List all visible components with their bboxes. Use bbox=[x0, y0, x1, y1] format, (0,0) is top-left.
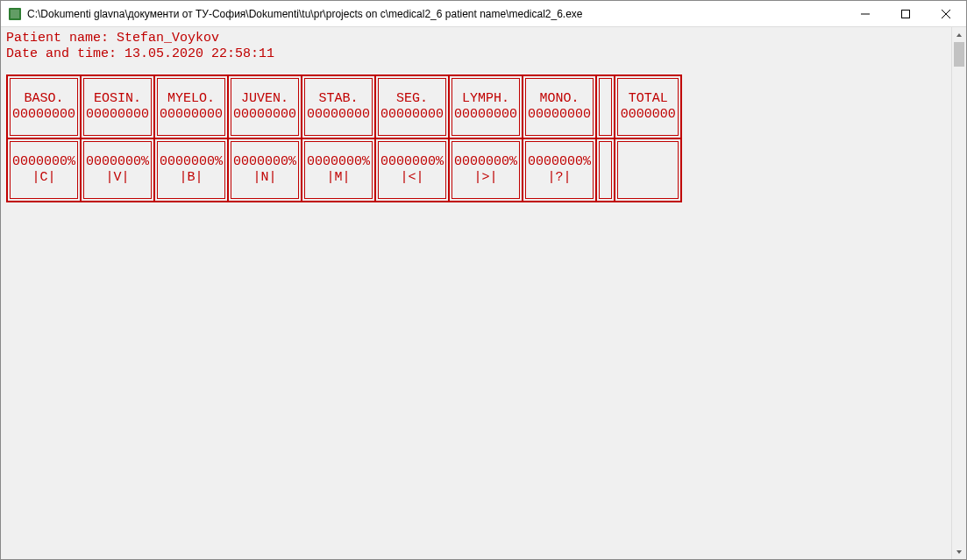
grid-cell: 0000000% |M| bbox=[304, 141, 373, 199]
patient-line: Patient name: Stefan_Voykov bbox=[6, 31, 961, 46]
counts-grid: BASO. 00000000EOSIN. 00000000MYELO. 0000… bbox=[6, 74, 961, 202]
scroll-thumb[interactable] bbox=[954, 42, 964, 67]
minimize-button[interactable] bbox=[845, 1, 885, 26]
col-key: |C| bbox=[32, 170, 56, 186]
grid-cell: 0000000% |V| bbox=[83, 141, 152, 199]
col-count: 00000000 bbox=[307, 107, 370, 123]
grid-cell: 0000000% |C| bbox=[10, 141, 78, 199]
window-title: C:\Dokumenti glavna\документи от ТУ-Софи… bbox=[27, 8, 845, 20]
col-pct: 0000000% bbox=[12, 154, 75, 170]
svg-rect-1 bbox=[11, 10, 19, 18]
col-pct: 0000000% bbox=[528, 154, 591, 170]
grid-cell: TOTAL 0000000 bbox=[617, 78, 679, 136]
grid-cell: 0000000% |<| bbox=[378, 141, 446, 199]
maximize-button[interactable] bbox=[885, 1, 926, 26]
col-name: STAB. bbox=[319, 91, 359, 107]
col-name: MYELO. bbox=[167, 91, 215, 107]
grid-cell: LYMPH. 00000000 bbox=[452, 78, 520, 136]
scroll-up-arrow-icon[interactable] bbox=[952, 27, 966, 42]
col-key: |<| bbox=[401, 170, 424, 186]
col-key: |?| bbox=[548, 170, 572, 186]
titlebar: C:\Dokumenti glavna\документи от ТУ-Софи… bbox=[1, 1, 966, 27]
col-pct: 0000000% bbox=[86, 154, 149, 170]
col-key: |N| bbox=[253, 170, 277, 186]
col-count: 00000000 bbox=[86, 107, 149, 123]
app-icon bbox=[8, 7, 22, 21]
col-name: JUVEN. bbox=[241, 91, 288, 107]
col-count: 00000000 bbox=[454, 107, 517, 123]
grid-cell: 0000000% |?| bbox=[525, 141, 594, 199]
scroll-down-arrow-icon[interactable] bbox=[952, 544, 966, 559]
scroll-track[interactable] bbox=[952, 42, 966, 544]
vertical-scrollbar[interactable] bbox=[951, 27, 966, 559]
col-name: LYMPH. bbox=[462, 91, 509, 107]
grid-cell: EOSIN. 00000000 bbox=[83, 78, 152, 136]
col-pct: 0000000% bbox=[307, 154, 370, 170]
col-key: |>| bbox=[474, 170, 498, 186]
col-count: 00000000 bbox=[528, 107, 591, 123]
col-name: MONO. bbox=[540, 91, 579, 107]
total-value: 0000000 bbox=[621, 107, 676, 123]
col-count: 00000000 bbox=[160, 107, 223, 123]
patient-value: Stefan_Voykov bbox=[117, 31, 219, 46]
col-pct: 0000000% bbox=[160, 154, 223, 170]
col-pct: 0000000% bbox=[380, 154, 444, 170]
grid-cell: JUVEN. 00000000 bbox=[231, 78, 299, 136]
grid-cell bbox=[599, 78, 612, 136]
datetime-line: Date and time: 13.05.2020 22:58:11 bbox=[6, 46, 961, 62]
col-name: EOSIN. bbox=[94, 91, 141, 107]
grid-cell: SEG. 00000000 bbox=[378, 78, 446, 136]
col-pct: 0000000% bbox=[454, 154, 517, 170]
col-name: SEG. bbox=[396, 91, 428, 107]
grid-cell: MYELO. 00000000 bbox=[157, 78, 225, 136]
close-button[interactable] bbox=[926, 1, 966, 26]
grid-cell: 0000000% |>| bbox=[452, 141, 520, 199]
grid-cell bbox=[599, 141, 612, 199]
grid-cell: BASO. 00000000 bbox=[10, 78, 78, 136]
datetime-label: Date and time: bbox=[6, 46, 124, 61]
col-key: |M| bbox=[327, 170, 351, 186]
grid-cell: MONO. 00000000 bbox=[525, 78, 594, 136]
datetime-value: 13.05.2020 22:58:11 bbox=[124, 46, 274, 61]
col-pct: 0000000% bbox=[233, 154, 296, 170]
svg-rect-3 bbox=[902, 10, 910, 18]
col-name: BASO. bbox=[25, 91, 64, 107]
grid-cell: STAB. 00000000 bbox=[304, 78, 373, 136]
grid-cell bbox=[617, 141, 679, 199]
total-label: TOTAL bbox=[629, 91, 668, 107]
col-count: 00000000 bbox=[233, 107, 296, 123]
col-count: 00000000 bbox=[380, 107, 444, 123]
grid-cell: 0000000% |B| bbox=[157, 141, 225, 199]
client-area: Patient name: Stefan_Voykov Date and tim… bbox=[1, 27, 966, 559]
col-count: 00000000 bbox=[12, 107, 75, 123]
patient-label: Patient name: bbox=[6, 31, 117, 46]
col-key: |V| bbox=[106, 170, 130, 186]
col-key: |B| bbox=[180, 170, 203, 186]
grid-cell: 0000000% |N| bbox=[231, 141, 299, 199]
